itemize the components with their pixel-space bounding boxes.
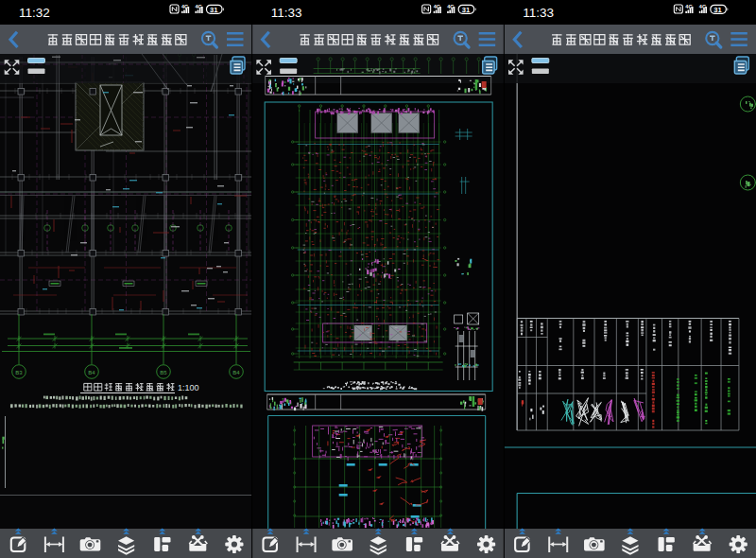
svg-text:B4: B4 [232,370,240,375]
svg-text:B4: B4 [88,370,95,375]
svg-text:11:33: 11:33 [271,6,302,20]
svg-text:B5: B5 [160,370,167,375]
svg-text:11:33: 11:33 [523,6,554,20]
svg-text:11:32: 11:32 [19,6,50,20]
svg-text:1:100: 1:100 [178,383,199,392]
svg-text:B3: B3 [15,370,23,375]
